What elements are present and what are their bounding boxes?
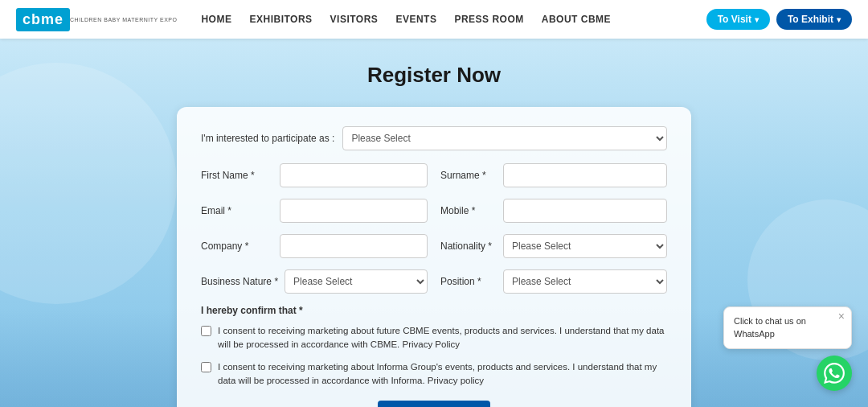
business-col: Business Nature * Please Select: [201, 269, 428, 294]
nav-home[interactable]: HOME: [201, 14, 231, 25]
whatsapp-button[interactable]: [817, 356, 852, 391]
nav-about[interactable]: ABOUT CBME: [542, 14, 611, 25]
business-select[interactable]: Please Select: [285, 269, 428, 294]
contact-row: Email * Mobile *: [201, 199, 667, 223]
chat-tooltip: × Click to chat us on WhatsApp: [723, 306, 852, 349]
first-name-col: First Name *: [201, 163, 428, 187]
consent-informa-checkbox[interactable]: [201, 362, 211, 372]
logo[interactable]: cbme Children Baby Maternity Expo: [16, 8, 177, 31]
chat-tooltip-text: Click to chat us on WhatsApp: [734, 315, 841, 340]
checkbox-row-1: I consent to receiving marketing about f…: [201, 324, 667, 352]
bg-decoration-1: [0, 63, 177, 304]
nav-buttons: To Visit ▾ To Exhibit ▾: [706, 9, 852, 30]
email-label: Email *: [201, 205, 273, 216]
business-row: Business Nature * Please Select Position…: [201, 269, 667, 294]
name-row: First Name * Surname *: [201, 163, 667, 187]
surname-label: Surname *: [440, 170, 497, 181]
email-col: Email *: [201, 199, 428, 223]
email-input[interactable]: [280, 199, 428, 223]
business-label: Business Nature *: [201, 276, 278, 287]
to-exhibit-button[interactable]: To Exhibit ▾: [776, 9, 852, 30]
first-name-input[interactable]: [280, 163, 428, 187]
page-title: Register Now: [367, 63, 501, 88]
company-row: Company * Nationality * Please Select: [201, 234, 667, 258]
confirm-section: I hereby confirm that * I consent to rec…: [201, 305, 667, 388]
confirm-title: I hereby confirm that *: [201, 305, 667, 316]
navbar: cbme Children Baby Maternity Expo HOME E…: [0, 0, 868, 39]
logo-subtitle: Children Baby Maternity Expo: [70, 17, 177, 23]
mobile-label: Mobile *: [440, 205, 497, 216]
nav-exhibitors[interactable]: EXHIBITORS: [249, 14, 312, 25]
nav-links: HOME EXHIBITORS VISITORS EVENTS PRESS RO…: [201, 14, 706, 25]
position-label: Position *: [440, 276, 497, 287]
consent-cbme-checkbox[interactable]: [201, 326, 211, 336]
whatsapp-icon: [824, 363, 845, 384]
nationality-select[interactable]: Please Select: [503, 234, 667, 258]
nav-visitors[interactable]: VISITORS: [330, 14, 379, 25]
participate-row: I'm interested to participate as : Pleas…: [201, 126, 667, 150]
nav-events[interactable]: EVENTS: [395, 14, 436, 25]
to-visit-button[interactable]: To Visit ▾: [706, 9, 770, 30]
chat-tooltip-close[interactable]: ×: [838, 310, 845, 322]
nationality-label: Nationality *: [440, 240, 497, 252]
company-input[interactable]: [280, 234, 428, 258]
nav-pressroom[interactable]: PRESS ROOM: [454, 14, 523, 25]
checkbox-row-2: I consent to receiving marketing about I…: [201, 360, 667, 388]
exhibit-arrow-icon: ▾: [837, 15, 841, 24]
mobile-col: Mobile *: [440, 199, 667, 223]
mobile-input[interactable]: [503, 199, 667, 223]
company-label: Company *: [201, 240, 273, 252]
consent-cbme-text: I consent to receiving marketing about f…: [218, 324, 667, 352]
register-now-button[interactable]: Register Now: [378, 401, 489, 407]
participate-label: I'm interested to participate as :: [201, 133, 334, 144]
participate-select[interactable]: Please Select: [342, 126, 667, 150]
position-select[interactable]: Please Select: [503, 269, 667, 294]
nationality-col: Nationality * Please Select: [440, 234, 667, 258]
visit-arrow-icon: ▾: [755, 15, 759, 24]
position-col: Position * Please Select: [440, 269, 667, 294]
registration-form-card: I'm interested to participate as : Pleas…: [177, 107, 691, 407]
consent-informa-text: I consent to receiving marketing about I…: [218, 360, 667, 388]
company-col: Company *: [201, 234, 428, 258]
surname-col: Surname *: [440, 163, 667, 187]
surname-input[interactable]: [503, 163, 667, 187]
first-name-label: First Name *: [201, 170, 273, 181]
whatsapp-widget: × Click to chat us on WhatsApp: [723, 306, 852, 391]
logo-text: cbme: [23, 11, 63, 27]
